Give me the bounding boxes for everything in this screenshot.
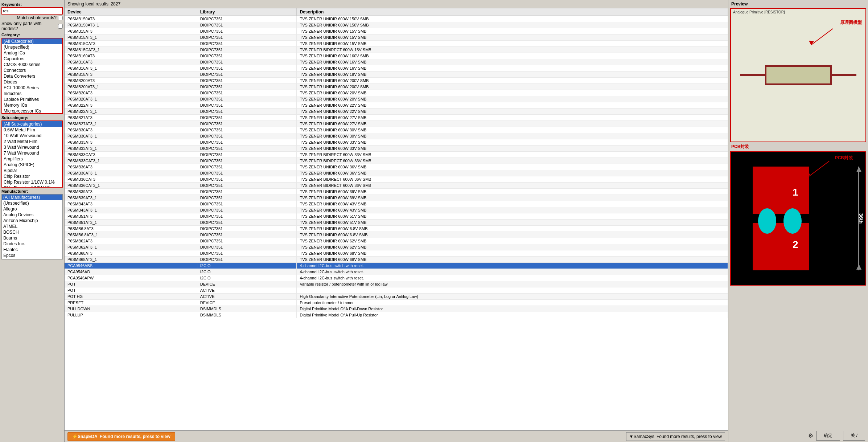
table-row[interactable]: P6SMB160AT3DIOIPC7351TVS ZENER UNIDIR 60… — [65, 53, 728, 59]
table-row[interactable]: P6SMB51AT3DIOIPC7351TVS ZENER UNIDIR 600… — [65, 213, 728, 220]
table-row[interactable]: P6SMB30AT3DIOIPC7351TVS ZENER UNIDIR 600… — [65, 127, 728, 133]
table-row[interactable]: P6SMB33CAT3DIOIPC7351TVS ZENER BIDIRECT … — [65, 152, 728, 158]
table-row[interactable]: P6SMB36AT3DIOIPC7351TVS ZENER UNIDIR 600… — [65, 164, 728, 170]
show-only-parts-checkbox[interactable] — [58, 24, 63, 29]
category-item[interactable]: Inductors — [2, 91, 62, 97]
subcategory-item[interactable]: Amplifiers — [2, 156, 62, 162]
subcategory-list-inner[interactable]: (All Sub-categories)0.6W Metal Film10 Wa… — [2, 121, 62, 187]
table-row[interactable]: P6SMB33AT3_1DIOIPC7351TVS ZENER UNIDIR 6… — [65, 146, 728, 152]
table-row[interactable]: PCA9546APWI2CIO4-channel I2C-bus switch … — [65, 275, 728, 281]
table-row[interactable]: PCA9546ABSI2CIO4-channel I2C-bus switch … — [65, 263, 728, 269]
table-row[interactable]: P6SMB36AT3_1DIOIPC7351TVS ZENER UNIDIR 6… — [65, 170, 728, 176]
subcategory-item[interactable]: Analog (SPICE) — [2, 162, 62, 168]
table-row[interactable]: P6SMB30AT3_1DIOIPC7351TVS ZENER UNIDIR 6… — [65, 133, 728, 139]
table-row[interactable]: P6SMB15CAT3_1DIOIPC7351TVS ZENER BIDIREC… — [65, 47, 728, 53]
manufacturer-item[interactable]: Bourns — [2, 235, 62, 241]
manufacturer-item[interactable]: Arizona Microchip — [2, 218, 62, 224]
keywords-input[interactable] — [1, 7, 63, 15]
category-item[interactable]: Analog ICs — [2, 50, 62, 56]
category-item[interactable]: Diodes — [2, 79, 62, 85]
category-item[interactable]: Microprocessor ICs — [2, 108, 62, 113]
subcategory-item[interactable]: Bipolar — [2, 168, 62, 173]
samac-sys-button[interactable]: ▼SamacSys Found more results, press to v… — [626, 432, 725, 441]
table-row[interactable]: P6SMB39AT3DIOIPC7351TVS ZENER UNIDIR 600… — [65, 189, 728, 195]
table-row[interactable]: P6SMB39AT3_1DIOIPC7351TVS ZENER UNIDIR 6… — [65, 195, 728, 201]
manufacturer-item[interactable]: ATMEL — [2, 224, 62, 229]
table-row[interactable]: P6SMB16AT3DIOIPC7351TVS ZENER UNIDIR 600… — [65, 59, 728, 65]
manufacturer-item[interactable]: BOSCH — [2, 229, 62, 235]
table-row[interactable]: P6SMB150AT3_1DIOIPC7351TVS ZENER UNIDIR … — [65, 22, 728, 28]
keywords-label: Keywords: — [1, 2, 63, 7]
table-row[interactable]: PULLUPDSIMMDLSDigital Primitive Model Of… — [65, 312, 728, 318]
category-item[interactable]: (All Categories) — [2, 38, 62, 44]
category-item[interactable]: Laplace Primitives — [2, 97, 62, 102]
subcategory-item[interactable]: 10 Watt Wirewound — [2, 133, 62, 139]
table-row[interactable]: P6SMB6.8AT3_1DIOIPC7351TVS ZENER UNIDIR … — [65, 232, 728, 238]
manufacturer-item[interactable]: Allegro — [2, 206, 62, 212]
table-row[interactable]: P6SMB150AT3DIOIPC7351TVS ZENER UNIDIR 60… — [65, 16, 728, 22]
cancel-button[interactable]: 关 / — [843, 431, 865, 441]
table-row[interactable]: P6SMB22AT3DIOIPC7351TVS ZENER UNIDIR 600… — [65, 102, 728, 109]
category-item[interactable]: Capacitors — [2, 56, 62, 62]
table-row[interactable]: POT-HGACTIVEHigh Granularity Interactive… — [65, 294, 728, 300]
manufacturer-item[interactable]: Epcos — [2, 253, 62, 258]
table-row[interactable]: P6SMB200AT3DIOIPC7351TVS ZENER UNIDIR 60… — [65, 78, 728, 84]
table-row[interactable]: POTACTIVE — [65, 287, 728, 294]
manufacturer-item[interactable]: (Unspecified) — [2, 200, 62, 206]
table-row[interactable]: P6SMB6.8AT3DIOIPC7351TVS ZENER UNIDIR 60… — [65, 226, 728, 232]
category-list-inner[interactable]: (All Categories)(Unspecified)Analog ICsC… — [2, 38, 62, 113]
manufacturer-list-inner[interactable]: (All Manufacturers)(Unspecified)AllegroA… — [2, 195, 62, 259]
subcategory-item[interactable]: Chip Resistor 1/10W 0.1% — [2, 179, 62, 185]
table-row[interactable]: P6SMB62AT3DIOIPC7351TVS ZENER UNIDIR 600… — [65, 238, 728, 244]
results-table[interactable]: Device Library Description P6SMB150AT3DI… — [65, 8, 728, 430]
table-row[interactable]: P6SMB16AT3_1DIOIPC7351TVS ZENER UNIDIR 6… — [65, 65, 728, 71]
table-row[interactable]: P6SMB36CAT3_1DIOIPC7351TVS ZENER BIDIREC… — [65, 183, 728, 189]
category-item[interactable]: Memory ICs — [2, 102, 62, 108]
table-row[interactable]: P6SMB51AT3_1DIOIPC7351TVS ZENER UNIDIR 6… — [65, 220, 728, 226]
subcategory-item[interactable]: (All Sub-categories) — [2, 121, 62, 127]
category-item[interactable]: (Unspecified) — [2, 44, 62, 50]
manufacturer-item[interactable]: Elantec — [2, 247, 62, 253]
table-row[interactable]: P6SMB43AT3DIOIPC7351TVS ZENER UNIDIR 600… — [65, 201, 728, 207]
subcategory-item[interactable]: 0.6W Metal Film — [2, 127, 62, 133]
match-whole-words-checkbox[interactable] — [58, 16, 63, 20]
table-row[interactable]: P6SMB20AT3DIOIPC7351TVS ZENER UNIDIR 600… — [65, 90, 728, 96]
manufacturer-item[interactable]: Analog Devices — [2, 212, 62, 218]
table-row[interactable]: P6SMB15CAT3DIOIPC7351TVS ZENER UNIDIR 60… — [65, 41, 728, 47]
table-row[interactable]: POTDEVICEVariable resistor / potentiomet… — [65, 281, 728, 287]
subcategory-item[interactable]: 2 Watt Metal Film — [2, 139, 62, 144]
confirm-button[interactable]: 确定 — [816, 431, 840, 441]
table-row[interactable]: P6SMB18AT3DIOIPC7351TVS ZENER UNIDIR 600… — [65, 71, 728, 78]
settings-icon[interactable]: ⚙ — [808, 432, 813, 439]
table-row[interactable]: P6SMB22AT3_1DIOIPC7351TVS ZENER UNIDIR 6… — [65, 109, 728, 115]
manufacturer-item[interactable]: (All Manufacturers) — [2, 195, 62, 200]
manufacturer-item[interactable]: Diodes Inc. — [2, 241, 62, 247]
table-row[interactable]: P6SMB15AT3_1DIOIPC7351TVS ZENER UNIDIR 6… — [65, 34, 728, 41]
subcategory-item[interactable]: Chip Resistor 1/10W 1% — [2, 185, 62, 187]
table-row[interactable]: P6SMB43AT3_1DIOIPC7351TVS ZENER UNIDIR 6… — [65, 207, 728, 213]
subcategory-item[interactable]: 7 Watt Wirewound — [2, 150, 62, 156]
table-row[interactable]: PULLDOWNDSIMMDLSDigital Primitive Model … — [65, 306, 728, 312]
table-row[interactable]: P6SMB27AT3DIOIPC7351TVS ZENER UNIDIR 600… — [65, 115, 728, 121]
table-row[interactable]: P6SMB33CAT3_1DIOIPC7351TVS ZENER BIDIREC… — [65, 158, 728, 164]
table-row[interactable]: P6SMB68AT3_1DIOIPC7351TVS ZENER UNIDIR 6… — [65, 257, 728, 263]
table-row[interactable]: P6SMB36CAT3DIOIPC7351TVS ZENER BIDIRECT … — [65, 176, 728, 183]
table-row[interactable]: P6SMB20AT3_1DIOIPC7351TVS ZENER UNIDIR 6… — [65, 96, 728, 102]
subcategory-item[interactable]: Chip Resistor — [2, 173, 62, 179]
category-item[interactable]: CMOS 4000 series — [2, 62, 62, 67]
table-row[interactable]: P6SMB27AT3_1DIOIPC7351TVS ZENER UNIDIR 6… — [65, 121, 728, 127]
subcategory-item[interactable]: 3 Watt Wirewound — [2, 144, 62, 150]
table-row[interactable]: P6SMB33AT3DIOIPC7351TVS ZENER UNIDIR 600… — [65, 139, 728, 146]
table-row[interactable]: P6SMB200AT3_1DIOIPC7351TVS ZENER UNIDIR … — [65, 84, 728, 90]
table-row[interactable]: PCA9546ADI2CIO4-channel I2C-bus switch w… — [65, 269, 728, 275]
table-row[interactable]: P6SMB68AT3DIOIPC7351TVS ZENER UNIDIR 600… — [65, 250, 728, 257]
table-row[interactable]: PRESETDEVICEPreset potentiometer / trimm… — [65, 300, 728, 306]
snap-eda-button[interactable]: ⚡SnapEDA Found more results, press to vi… — [67, 432, 175, 441]
category-item[interactable]: ECL 10000 Series — [2, 85, 62, 91]
category-item[interactable]: Data Converters — [2, 73, 62, 79]
via-2 — [783, 208, 802, 234]
table-row[interactable]: P6SMB62AT3_1DIOIPC7351TVS ZENER UNIDIR 6… — [65, 244, 728, 250]
category-item[interactable]: Connectors — [2, 67, 62, 73]
table-row[interactable]: P6SMB15AT3DIOIPC7351TVS ZENER UNIDIR 600… — [65, 28, 728, 34]
manufacturer-item[interactable]: Fairchild — [2, 258, 62, 259]
